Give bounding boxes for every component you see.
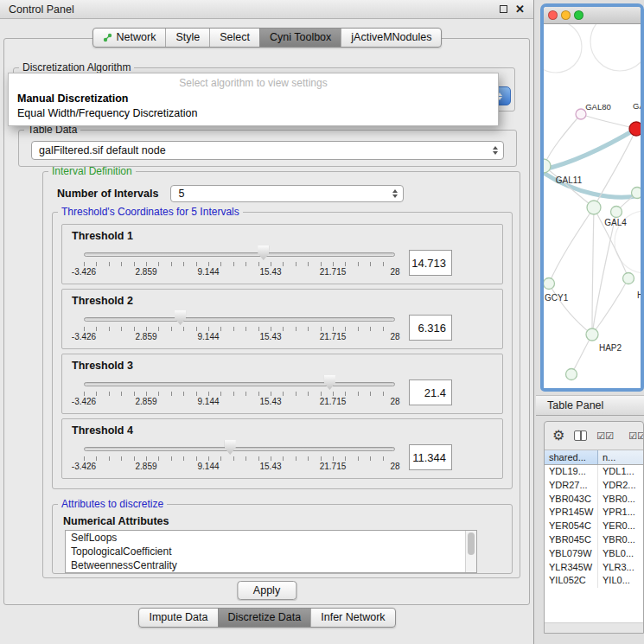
- cell-name[interactable]: YDR2...: [598, 479, 643, 493]
- cell-name[interactable]: YPR1...: [598, 506, 643, 520]
- slider-thumb[interactable]: [175, 310, 186, 325]
- table-row[interactable]: YBR045CYBR0...: [545, 533, 643, 547]
- list-item[interactable]: SelfLoops: [66, 531, 476, 545]
- number-of-intervals-combobox[interactable]: 5: [170, 185, 404, 202]
- threshold-value-field[interactable]: 11.344: [409, 444, 452, 470]
- dropdown-item[interactable]: Manual Discretization: [9, 92, 498, 106]
- columns-icon[interactable]: [574, 430, 587, 441]
- minimize-light-icon[interactable]: [561, 10, 571, 20]
- dropdown-item[interactable]: Equal Width/Frequency Discretization: [9, 106, 498, 121]
- node-gal4[interactable]: [587, 201, 601, 214]
- node-hap2[interactable]: [586, 328, 598, 341]
- attributes-scrollbar[interactable]: [465, 531, 476, 572]
- threshold-value-field[interactable]: 6.316: [409, 315, 452, 341]
- gear-icon[interactable]: ⚙: [552, 429, 564, 443]
- tab-jactivemnodules[interactable]: jActiveMNodules: [341, 29, 441, 47]
- cell-shared-name[interactable]: YLR345W: [545, 561, 598, 575]
- cell-name[interactable]: YIL0...: [598, 574, 643, 588]
- node[interactable]: [623, 273, 634, 284]
- table-row[interactable]: YLR345WYLR3...: [545, 561, 643, 575]
- cell-name[interactable]: YBR0...: [598, 533, 643, 547]
- tab-impute-data[interactable]: Impute Data: [139, 609, 217, 627]
- tab-cyni-toolbox[interactable]: Cyni Toolbox: [259, 29, 341, 47]
- slider-track[interactable]: [84, 447, 395, 451]
- list-item[interactable]: BetweennessCentrality: [66, 558, 476, 572]
- float-icon[interactable]: [500, 5, 507, 13]
- cell-name[interactable]: YLR3...: [598, 561, 643, 575]
- tab-select[interactable]: Select: [209, 29, 259, 47]
- cell-shared-name[interactable]: YER054C: [545, 520, 598, 533]
- slider-ticks: [84, 456, 395, 461]
- node-gal80[interactable]: [576, 109, 586, 119]
- threshold-value-field[interactable]: 21.4: [409, 379, 452, 405]
- slider-thumb[interactable]: [324, 375, 335, 390]
- node-label-clipped: GA: [633, 101, 641, 111]
- table-row[interactable]: YDL19...YDL1...: [545, 465, 643, 479]
- cell-name[interactable]: YER0...: [598, 520, 643, 533]
- table-row[interactable]: YDR27...YDR2...: [545, 479, 643, 493]
- node[interactable]: [632, 188, 641, 199]
- slider-thumb[interactable]: [225, 440, 236, 455]
- slider-track[interactable]: [84, 252, 395, 257]
- threshold-label: Threshold 1: [72, 230, 494, 242]
- column-header-shared-name[interactable]: shared...: [545, 450, 598, 464]
- table-row[interactable]: YER054CYER0...: [545, 520, 643, 533]
- tab-network[interactable]: Network: [93, 29, 166, 47]
- zoom-light-icon[interactable]: [574, 10, 583, 20]
- cell-shared-name[interactable]: YBL079W: [545, 547, 598, 561]
- dropdown-items: Manual DiscretizationEqual Width/Frequen…: [9, 92, 498, 121]
- threshold-slider[interactable]: -3.4262.8599.14415.4321.71528: [84, 245, 395, 281]
- close-icon[interactable]: ✕: [515, 3, 525, 15]
- scrollbar-thumb[interactable]: [468, 532, 475, 555]
- tick-label: 2.859: [135, 267, 156, 277]
- cell-shared-name[interactable]: YBR043C: [545, 493, 598, 507]
- node[interactable]: [611, 207, 622, 218]
- threshold-value-field[interactable]: 14.713: [409, 250, 452, 276]
- node-label-gal4: GAL4: [604, 218, 627, 227]
- cell-shared-name[interactable]: YDL19...: [545, 465, 598, 479]
- cell-name[interactable]: YDL1...: [598, 465, 643, 479]
- table-body[interactable]: YDL19...YDL1...YDR27...YDR2...YBR043CYBR…: [545, 465, 643, 622]
- list-item[interactable]: TopologicalCoefficient: [66, 545, 476, 558]
- cell-shared-name[interactable]: YDR27...: [545, 479, 598, 493]
- table-data-combobox[interactable]: galFiltered.sif default node: [31, 141, 504, 160]
- tab-infer-network[interactable]: Infer Network: [310, 609, 394, 627]
- network-canvas[interactable]: GAL80 GA GAL11 GAL4 GCY1 H HAP2: [544, 24, 641, 388]
- interval-definition-legend: Interval Definition: [48, 165, 136, 177]
- slider-tick-labels: -3.4262.8599.14415.4321.71528: [84, 462, 395, 472]
- slider-track[interactable]: [84, 317, 395, 322]
- column-header-name[interactable]: n...: [598, 450, 643, 464]
- network-view-window[interactable]: GAL80 GA GAL11 GAL4 GCY1 H HAP2: [540, 3, 644, 392]
- cell-name[interactable]: YBR0...: [598, 493, 643, 507]
- cell-shared-name[interactable]: YBR045C: [545, 533, 598, 547]
- apply-button[interactable]: Apply: [237, 581, 296, 600]
- select-columns-icon-right[interactable]: ☑☑: [628, 430, 643, 442]
- slider-track[interactable]: [84, 382, 395, 386]
- node-label-gcy1: GCY1: [545, 293, 569, 303]
- close-light-icon[interactable]: [548, 10, 558, 20]
- table-row[interactable]: YBL079WYBL0...: [545, 547, 643, 561]
- threshold-slider[interactable]: -3.4262.8599.14415.4321.71528: [84, 309, 395, 346]
- table-row[interactable]: YPR145WYPR1...: [545, 506, 643, 520]
- node-gcy1[interactable]: [544, 278, 555, 290]
- cell-name[interactable]: YBL0...: [598, 547, 643, 561]
- tab-label: Discretize Data: [228, 611, 302, 623]
- table-row[interactable]: YIL052CYIL0...: [545, 574, 643, 588]
- tick-label: 9.144: [197, 397, 219, 406]
- tab-discretize-data[interactable]: Discretize Data: [218, 609, 311, 627]
- tab-style[interactable]: Style: [165, 29, 209, 47]
- node[interactable]: [566, 369, 577, 380]
- threshold-slider[interactable]: -3.4262.8599.14415.4321.71528: [84, 439, 395, 475]
- node-selected-red[interactable]: [629, 122, 641, 136]
- cell-shared-name[interactable]: YPR145W: [545, 506, 598, 520]
- tick-label: -3.426: [72, 332, 96, 341]
- cell-shared-name[interactable]: YIL052C: [545, 574, 598, 588]
- slider-thumb[interactable]: [258, 245, 269, 260]
- table-row[interactable]: YBR043CYBR0...: [545, 493, 643, 507]
- select-columns-icon[interactable]: ☑☑: [596, 430, 614, 442]
- table-panel-window: ⚙ ☑☑ ☑☑ shared... n... YDL19...YDL1...YD…: [544, 421, 644, 634]
- dropdown-prompt: Select algorithm to view settings: [9, 73, 498, 92]
- edge-highlighted[interactable]: [544, 129, 636, 169]
- attributes-listbox[interactable]: SelfLoopsTopologicalCoefficientBetweenne…: [65, 530, 477, 573]
- threshold-slider[interactable]: -3.4262.8599.14415.4321.71528: [84, 374, 395, 411]
